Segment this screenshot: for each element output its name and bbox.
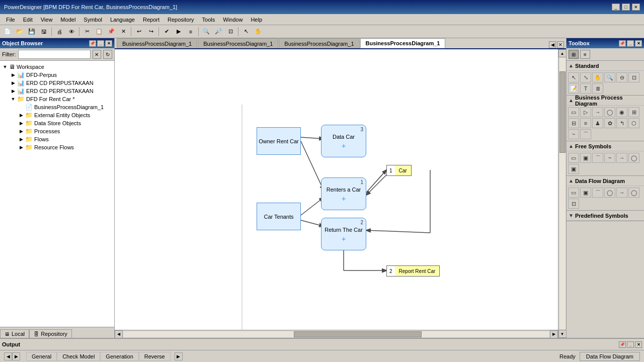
tb-hand[interactable]: ✋ xyxy=(253,27,264,37)
toolbox-close[interactable]: ✕ xyxy=(635,40,642,47)
tool-dfd-6[interactable]: ◯ xyxy=(628,188,639,198)
tree-flows[interactable]: ▶ 📁 Flows xyxy=(0,135,114,143)
canvas[interactable]: Owner Rent Car Car Tenants 3 Data Car + xyxy=(115,49,558,330)
process-data-car[interactable]: 3 Data Car + xyxy=(321,125,366,157)
tree-erd1[interactable]: ▶ 📊 ERD CD PERPUSTAKAAN xyxy=(0,79,114,87)
tool-free-6[interactable]: ◯ xyxy=(628,153,639,163)
status-scroll-end[interactable]: ▶ xyxy=(175,352,183,360)
menu-file[interactable]: File xyxy=(2,16,19,24)
toolbox-section-bpd-header[interactable]: ▲ Business Process Diagram xyxy=(567,96,644,106)
output-minimize[interactable]: _ xyxy=(627,341,634,348)
toolbox-view-grid[interactable]: ⊞ xyxy=(569,50,579,59)
tool-bpd-3[interactable]: → xyxy=(592,107,603,117)
tool-dfd-5[interactable]: → xyxy=(616,188,627,198)
tb-gen[interactable]: ▶ xyxy=(173,27,184,37)
ob-minimize[interactable]: _ xyxy=(97,40,104,47)
tool-bpd-13[interactable]: ~ xyxy=(568,129,579,139)
menu-model[interactable]: Model xyxy=(56,16,79,24)
tb-copy[interactable]: 📋 xyxy=(94,27,105,37)
tb-pointer[interactable]: ↖ xyxy=(240,27,252,37)
entity-owner-rent-car[interactable]: Owner Rent Car xyxy=(257,127,301,155)
ob-filter-clear[interactable]: ✕ xyxy=(93,50,102,59)
h-scroll-track[interactable] xyxy=(123,331,549,337)
tb-new[interactable]: 📄 xyxy=(2,27,13,37)
close-button[interactable]: ✕ xyxy=(632,4,640,11)
tool-dfd-2[interactable]: ▣ xyxy=(580,188,591,198)
tool-free-5[interactable]: → xyxy=(616,153,627,163)
menu-view[interactable]: View xyxy=(37,16,57,24)
tb-open[interactable]: 📂 xyxy=(14,27,25,37)
h-scroll-left[interactable]: ◀ xyxy=(115,330,123,338)
tool-bpd-4[interactable]: ◯ xyxy=(604,107,615,117)
tool-dfd-7[interactable]: ⊡ xyxy=(568,199,579,209)
v-scroll-thumb[interactable] xyxy=(559,71,566,153)
datastore-report[interactable]: 2 Report Rent Car xyxy=(386,265,440,277)
tb-redo[interactable]: ↪ xyxy=(145,27,156,37)
tool-dfd-3[interactable]: ⌒ xyxy=(592,188,603,198)
toolbox-section-standard-header[interactable]: ▲ Standard xyxy=(567,61,644,71)
tree-resource-flows[interactable]: ▶ 📁 Resource Flows xyxy=(0,143,114,151)
tb-check[interactable]: ✔ xyxy=(161,27,172,37)
tool-free-7[interactable]: ▣ xyxy=(568,164,579,174)
tool-pointer[interactable]: ↖ xyxy=(568,72,579,82)
tool-bpd-6[interactable]: ⊞ xyxy=(628,107,639,117)
tool-free-3[interactable]: ⌒ xyxy=(592,153,603,163)
toolbox-section-dfd-header[interactable]: ▲ Data Flow Diagram xyxy=(567,176,644,186)
output-close[interactable]: ✕ xyxy=(635,341,642,348)
tool-free-4[interactable]: ~ xyxy=(604,153,615,163)
process-renters-a-car[interactable]: 1 Renters a Car + xyxy=(321,177,366,210)
repository-tab[interactable]: 🗄Repository xyxy=(29,329,72,338)
status-mode[interactable]: Data Flow Diagram xyxy=(580,352,640,361)
entity-car-tenants[interactable]: Car Tenants xyxy=(257,203,301,230)
menu-symbol[interactable]: Symbol xyxy=(79,16,106,24)
tool-bpd-2[interactable]: ▷ xyxy=(580,107,591,117)
tool-dfd-1[interactable]: ▭ xyxy=(568,188,579,198)
tool-bpd-11[interactable]: ↰ xyxy=(616,118,627,128)
toolbox-section-predefined-header[interactable]: ▼ Predefined Symbols xyxy=(567,211,644,221)
status-scroll-right[interactable]: ▶ xyxy=(12,352,20,360)
tool-bpd-10[interactable]: ✿ xyxy=(604,118,615,128)
tree-external-entities[interactable]: ▶ 📁 External Entity Objects xyxy=(0,111,114,119)
tab-1[interactable]: BusinessProcessDiagram_1 xyxy=(117,38,197,48)
h-scroll-thumb[interactable] xyxy=(294,331,422,337)
toolbox-view-list[interactable]: ≡ xyxy=(580,50,590,59)
tree-dfd-rent[interactable]: ▼ 📁 DFD For Rent Car * xyxy=(0,95,114,103)
tab-check-model[interactable]: Check Model xyxy=(57,352,100,361)
tb-align[interactable]: ≡ xyxy=(185,27,196,37)
tool-zoom-in[interactable]: 🔍 xyxy=(604,72,615,82)
tab-3[interactable]: BusinessProcessDiagram_1 xyxy=(279,38,359,48)
v-scroll-track[interactable] xyxy=(559,58,566,329)
h-scroll-right[interactable]: ▶ xyxy=(550,330,558,338)
menu-report[interactable]: Report xyxy=(139,16,164,24)
tool-bpd-12[interactable]: ⬡ xyxy=(628,118,639,128)
tool-fit[interactable]: ⊡ xyxy=(628,72,639,82)
tree-dfd-perpus[interactable]: ▶ 📊 DFD-Perpus xyxy=(0,71,114,79)
tree-erd2[interactable]: ▶ 📊 ERD CD PERPUSTAKAAN xyxy=(0,87,114,95)
tab-reverse[interactable]: Reverse xyxy=(139,352,171,361)
minimize-button[interactable]: _ xyxy=(612,4,620,11)
tool-zoom-area[interactable]: ⤡ xyxy=(580,72,591,82)
tb-zoomout[interactable]: 🔎 xyxy=(213,27,224,37)
tree-processes[interactable]: ▶ 📁 Processes xyxy=(0,127,114,135)
menu-help[interactable]: Help xyxy=(247,16,266,24)
tab-generation[interactable]: Generation xyxy=(100,352,138,361)
output-pin[interactable]: 📌 xyxy=(619,341,626,348)
datastore-car[interactable]: 1 Car xyxy=(386,165,412,176)
menu-tools[interactable]: Tools xyxy=(198,16,219,24)
process-return-the-car[interactable]: 2 Return The Car + xyxy=(321,218,366,250)
tree-bpd[interactable]: 📄 BusinessProcessDiagram_1 xyxy=(0,103,114,111)
tool-bpd-5[interactable]: ◉ xyxy=(616,107,627,117)
maximize-button[interactable]: □ xyxy=(622,4,630,11)
tab-2[interactable]: BusinessProcessDiagram_1 xyxy=(198,38,278,48)
menu-edit[interactable]: Edit xyxy=(19,16,37,24)
tb-fit[interactable]: ⊡ xyxy=(225,27,236,37)
local-tab[interactable]: 🖥Local xyxy=(0,329,29,338)
tool-zoom-out[interactable]: ⊖ xyxy=(616,72,627,82)
tool-dfd-4[interactable]: ◯ xyxy=(604,188,615,198)
toolbox-section-free-header[interactable]: ▲ Free Symbols xyxy=(567,141,644,151)
ob-filter-input[interactable] xyxy=(18,50,91,59)
ob-filter-apply[interactable]: ↻ xyxy=(103,50,112,59)
tb-zoomin[interactable]: 🔍 xyxy=(201,27,212,37)
tool-bpd-8[interactable]: ≡ xyxy=(580,118,591,128)
menu-language[interactable]: Language xyxy=(106,16,139,24)
